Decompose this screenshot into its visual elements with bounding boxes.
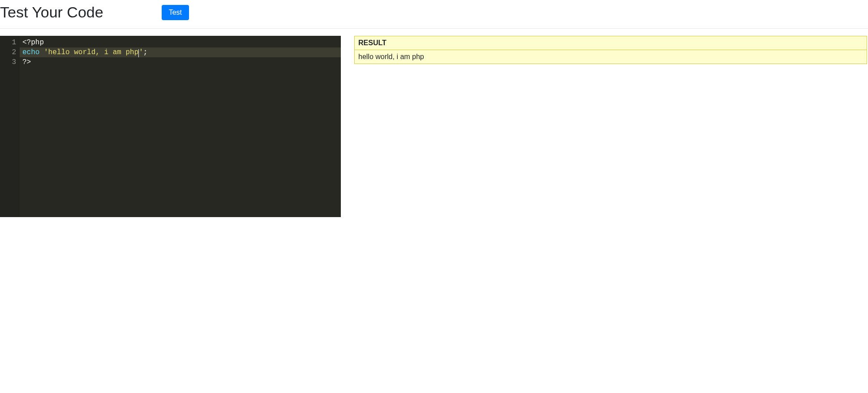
code-token: echo xyxy=(22,48,39,56)
code-token: ; xyxy=(143,48,148,56)
result-panel: RESULT hello world, i am php xyxy=(354,36,867,217)
code-token xyxy=(39,48,44,56)
main-content: 123 <?phpecho 'hello world, i am php';?>… xyxy=(0,36,868,217)
code-line[interactable]: <?php xyxy=(22,38,338,47)
code-editor[interactable]: 123 <?phpecho 'hello world, i am php';?> xyxy=(0,36,341,217)
code-line[interactable]: ?> xyxy=(22,57,338,67)
code-token: ' xyxy=(139,48,143,56)
result-header: RESULT xyxy=(355,36,867,50)
editor-gutter: 123 xyxy=(0,36,20,217)
result-box: RESULT hello world, i am php xyxy=(354,36,867,64)
gutter-line-number: 1 xyxy=(5,38,16,47)
code-line[interactable]: echo 'hello world, i am php'; xyxy=(20,47,341,57)
test-button[interactable]: Test xyxy=(162,5,189,20)
gutter-line-number: 3 xyxy=(5,57,16,67)
gutter-line-number: 2 xyxy=(5,47,16,57)
page-title: Test Your Code xyxy=(0,4,103,21)
code-token: 'hello world, i am php xyxy=(44,48,138,56)
editor-code-area[interactable]: <?phpecho 'hello world, i am php';?> xyxy=(20,36,341,217)
result-body: hello world, i am php xyxy=(355,50,867,64)
code-token: <?php xyxy=(22,38,44,47)
header: Test Your Code Test xyxy=(0,0,868,29)
code-token: ?> xyxy=(22,58,31,66)
